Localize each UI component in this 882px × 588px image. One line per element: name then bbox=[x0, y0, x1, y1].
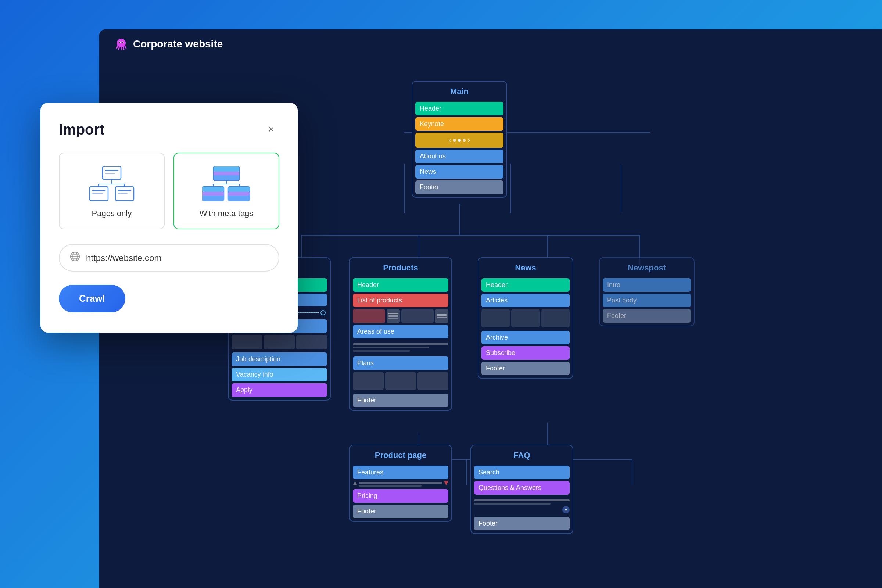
octopus-icon bbox=[114, 37, 129, 51]
svg-point-3 bbox=[119, 42, 120, 43]
products-header: Header bbox=[353, 278, 448, 292]
svg-rect-40 bbox=[213, 175, 239, 180]
meta-tags-icon bbox=[202, 166, 250, 201]
globe-icon bbox=[70, 251, 80, 264]
svg-rect-38 bbox=[213, 166, 239, 172]
main-news-block: News bbox=[415, 165, 504, 178]
main-aboutus-block: About us bbox=[415, 150, 504, 163]
main-header-block: Header bbox=[415, 102, 504, 116]
news-articles: Articles bbox=[482, 294, 570, 307]
node-extra-title: Newspost bbox=[600, 258, 694, 276]
svg-point-4 bbox=[122, 42, 123, 43]
import-modal: Import × bbox=[40, 103, 298, 333]
svg-rect-43 bbox=[202, 192, 224, 195]
node-news-title: News bbox=[478, 258, 573, 276]
news-subscribe: Subscribe bbox=[482, 346, 570, 360]
products-list: List of products bbox=[353, 294, 448, 307]
newspost-footer: Footer bbox=[603, 309, 691, 322]
news-header: Header bbox=[482, 278, 570, 292]
products-areas: Areas of use bbox=[353, 325, 448, 339]
productpage-footer: Footer bbox=[353, 505, 448, 518]
node-productpage-title: Product page bbox=[350, 446, 451, 464]
svg-rect-47 bbox=[228, 192, 249, 195]
main-carousel-block: ‹ › bbox=[415, 133, 504, 148]
news-archive: Archive bbox=[482, 331, 570, 344]
productpage-pricing: Pricing bbox=[353, 489, 448, 503]
node-product-page: Product page Features Pricing Footer bbox=[349, 445, 452, 522]
modal-title: Import bbox=[59, 121, 104, 138]
modal-header: Import × bbox=[59, 121, 279, 138]
top-bar: Corporate website bbox=[99, 29, 882, 59]
about-jobdesc: Job description bbox=[231, 352, 327, 366]
node-main-title: Main bbox=[412, 82, 506, 100]
svg-rect-42 bbox=[202, 187, 224, 192]
node-products-title: Products bbox=[350, 258, 451, 276]
svg-rect-48 bbox=[228, 195, 249, 201]
main-footer-block: Footer bbox=[415, 180, 504, 194]
url-input-wrapper bbox=[59, 244, 279, 272]
meta-tags-label: With meta tags bbox=[200, 209, 254, 218]
about-vacancy: Vacancy info bbox=[231, 368, 327, 381]
pages-only-label: Pages only bbox=[92, 209, 132, 218]
modal-close-button[interactable]: × bbox=[263, 121, 279, 138]
svg-rect-24 bbox=[102, 166, 121, 179]
node-faq-title: FAQ bbox=[471, 446, 573, 464]
news-footer: Footer bbox=[482, 362, 570, 375]
node-news: News Header Articles Archive Subscribe F… bbox=[478, 257, 573, 379]
productpage-features: Features bbox=[353, 466, 448, 479]
svg-rect-39 bbox=[213, 172, 239, 175]
node-faq: FAQ Search Questions & Answers v Footer bbox=[470, 445, 573, 534]
node-products: Products Header List of products Areas o… bbox=[349, 257, 452, 411]
main-keynote-block: Keynote bbox=[415, 117, 504, 131]
faq-qa: Questions & Answers bbox=[474, 481, 570, 495]
crawl-button[interactable]: Crawl bbox=[59, 285, 125, 312]
import-option-meta-tags[interactable]: With meta tags bbox=[174, 153, 279, 230]
faq-search: Search bbox=[474, 466, 570, 479]
products-plans: Plans bbox=[353, 357, 448, 370]
node-extra: Newspost Intro Post body Footer bbox=[599, 257, 694, 326]
pages-only-icon bbox=[88, 166, 136, 201]
app-title: Corporate website bbox=[133, 38, 223, 50]
import-option-pages-only[interactable]: Pages only bbox=[59, 153, 165, 230]
url-input[interactable] bbox=[86, 253, 268, 263]
faq-footer: Footer bbox=[474, 517, 570, 530]
node-main: Main Header Keynote ‹ › About us News Fo… bbox=[412, 81, 507, 198]
products-footer: Footer bbox=[353, 394, 448, 407]
import-options: Pages only bbox=[59, 153, 279, 230]
newspost-postbody: Post body bbox=[603, 294, 691, 307]
svg-rect-46 bbox=[228, 187, 249, 192]
newspost-intro: Intro bbox=[603, 278, 691, 292]
svg-rect-44 bbox=[202, 195, 224, 201]
about-apply: Apply bbox=[231, 383, 327, 397]
